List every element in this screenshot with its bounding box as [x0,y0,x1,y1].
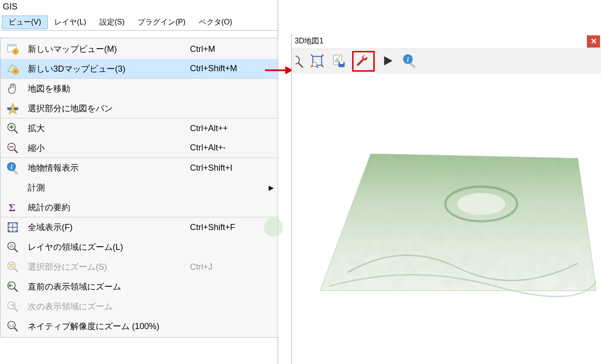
svg-line-35 [316,66,318,68]
svg-text:i: i [10,164,12,171]
new-map-view-icon [4,41,21,58]
dropdown-item-label: 次の表示領域にズーム [28,301,190,312]
canvas-3d[interactable] [292,74,601,364]
dropdown-item-label: 拡大 [28,123,190,134]
svg-rect-7 [14,108,18,110]
svg-marker-41 [384,56,393,66]
dropdown-item: 次の表示領域にズーム [0,297,278,316]
terrain-3d-preview [320,154,596,300]
dropdown-item[interactable]: 新しいマップビュー(M)Ctrl+M [0,39,278,59]
dropdown-item[interactable]: 選択部分に地図をパン [0,99,278,118]
sigma-icon: Σ [4,199,21,216]
zoom-in-icon [4,120,21,137]
zoom-out-icon [4,140,21,157]
pan-to-selection-icon [4,100,21,117]
settings-button[interactable] [352,51,375,72]
svg-rect-20 [10,264,13,267]
dropdown-item-label: ネイティブ解像度にズーム (100%) [28,321,190,332]
panel-close-button[interactable]: ✕ [587,35,600,48]
zoom-native-icon: 1:1 [4,318,21,335]
dropdown-item[interactable]: 全域表示(F)Ctrl+Shift+F [0,217,278,237]
dropdown-item[interactable]: i地物情報表示Ctrl+Shift+I [0,158,278,178]
zoom-full-icon [4,219,21,236]
svg-line-9 [15,130,18,133]
dropdown-item-label: 計測 [28,182,190,193]
svg-point-38 [338,56,340,58]
svg-text:Σ: Σ [8,201,16,213]
svg-rect-6 [8,108,12,110]
left-app-area: GIS ビュー(V) レイヤ(L) 設定(S) プラグイン(P) ベクタ(O) … [0,0,278,364]
dropdown-item[interactable]: 計測▶ [0,178,278,198]
dropdown-item-shortcut: Ctrl+Alt+- [190,143,265,153]
dropdown-item-shortcut: Ctrl+Alt++ [190,124,265,133]
save-image-icon [332,54,346,69]
svg-line-23 [15,289,18,292]
svg-line-25 [15,308,18,312]
dropdown-item-label: 選択部分に地図をパン [28,103,190,114]
dropdown-item-shortcut: Ctrl+J [190,262,265,272]
svg-text:i: i [407,55,409,63]
dropdown-item-label: 統計の要約 [28,202,190,213]
toolbar-3d: i [292,49,601,74]
menu-layer[interactable]: レイヤ(L) [48,16,93,29]
identify-cursor-icon: i [403,54,417,69]
app-title: GIS [0,0,278,15]
zoom-tool-button[interactable] [296,53,304,70]
svg-point-47 [457,193,505,215]
dropdown-item: 選択部分にズーム(S)Ctrl+J [0,257,278,277]
dropdown-item[interactable]: レイヤの領域にズーム(L) [0,237,278,257]
svg-rect-40 [340,61,344,64]
dropdown-item-label: 全域表示(F) [28,222,190,233]
menu-settings[interactable]: 設定(S) [93,16,131,29]
fullscreen-icon [310,54,324,69]
zoom-to-selection-icon [4,258,21,275]
dropdown-item-label: 新しいマップビュー(M) [28,43,190,55]
svg-line-18 [15,249,18,252]
zoom-next-icon [4,298,21,315]
svg-point-34 [313,62,317,66]
menu-view[interactable]: ビュー(V) [2,16,48,29]
menubar: ビュー(V) レイヤ(L) 設定(S) プラグイン(P) ベクタ(O) [0,15,278,31]
svg-line-32 [298,63,303,67]
svg-marker-45 [320,154,596,291]
identify-button[interactable]: i [401,53,418,70]
dropdown-item[interactable]: 直前の表示領域にズーム [0,277,278,297]
play-icon [382,55,394,68]
dropdown-item[interactable]: 1:1ネイティブ解像度にズーム (100%) [0,316,278,336]
map-behind-hint [262,216,290,244]
dropdown-item-label: 地図を移動 [28,83,190,94]
view-dropdown: 新しいマップビュー(M)Ctrl+M新しい3Dマップビュー(3)Ctrl+Shi… [0,38,278,338]
play-animation-button[interactable] [379,53,396,70]
panel-3d-header: 3D地図1 ✕ [292,34,601,49]
dropdown-item[interactable]: 縮小Ctrl+Alt+- [0,138,278,158]
menu-plugin[interactable]: プラグイン(P) [131,16,192,29]
dropdown-item[interactable]: 新しい3Dマップビュー(3)Ctrl+Shift+M [0,59,278,79]
dropdown-item-shortcut: Ctrl+M [190,44,265,54]
dropdown-item[interactable]: 拡大Ctrl+Alt++ [0,118,278,138]
panel-3d-map: 3D地図1 ✕ i [291,34,601,364]
dropdown-item-shortcut: Ctrl+Shift+I [190,163,265,173]
save-image-button[interactable] [330,53,347,70]
panel-3d-title: 3D地図1 [295,36,323,46]
menu-vector[interactable]: ベクタ(O) [192,16,239,29]
dropdown-item-label: 縮小 [28,142,190,154]
dropdown-item-label: 選択部分にズーム(S) [28,261,190,273]
dropdown-item-shortcut: Ctrl+Shift+F [190,223,265,232]
dropdown-item-label: レイヤの領域にズーム(L) [28,241,190,253]
svg-rect-1 [8,44,16,46]
dropdown-item-label: 地物情報表示 [28,162,190,174]
zoom-full-button[interactable] [309,53,326,70]
svg-text:1:1: 1:1 [9,323,14,328]
dropdown-item[interactable]: 地図を移動 [0,79,278,99]
new-3d-map-view-icon [4,60,21,77]
dropdown-item-label: 新しい3Dマップビュー(3) [28,63,190,74]
dropdown-item-label: 直前の表示領域にズーム [28,281,190,292]
svg-line-28 [15,328,18,331]
svg-line-21 [15,269,18,272]
wrench-icon [356,54,370,69]
dropdown-item[interactable]: Σ統計の要約 [0,198,278,217]
dropdown-item-shortcut: Ctrl+Shift+M [190,64,265,74]
zoom-to-layer-icon [4,239,21,256]
svg-line-11 [15,149,18,153]
submenu-arrow-icon: ▶ [265,184,274,191]
